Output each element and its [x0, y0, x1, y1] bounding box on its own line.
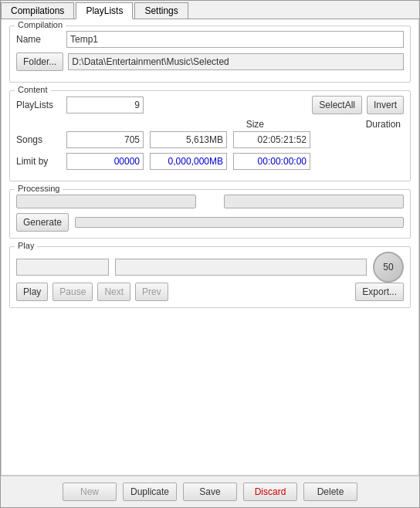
name-label: Name: [16, 34, 66, 45]
processing-section-label: Processing: [15, 184, 63, 193]
limit-value-input[interactable]: [66, 153, 144, 170]
playlists-label: PlayLists: [16, 100, 66, 110]
limitby-row: Limit by: [16, 153, 404, 170]
bottom-bar: New Duplicate Save Discard Delete: [1, 476, 419, 507]
new-button[interactable]: New: [63, 483, 117, 501]
play-top-row: 50: [16, 252, 404, 283]
select-all-button[interactable]: SelectAll: [312, 96, 362, 114]
delete-button[interactable]: Delete: [303, 483, 357, 501]
songs-label: Songs: [16, 134, 66, 145]
tab-playlists[interactable]: PlayLists: [76, 2, 133, 19]
discard-button[interactable]: Discard: [243, 483, 297, 501]
export-button[interactable]: Export...: [355, 283, 404, 301]
pause-button[interactable]: Pause: [52, 283, 93, 301]
name-input[interactable]: [66, 31, 404, 48]
save-button[interactable]: Save: [183, 483, 237, 501]
duration-header: Duration: [267, 119, 404, 130]
main-window: Compilations PlayLists Settings Compilat…: [0, 0, 420, 508]
compilation-section: Compilation Name Folder...: [9, 25, 411, 83]
next-button[interactable]: Next: [97, 283, 130, 301]
content-section: Content PlayLists SelectAll Invert Size …: [9, 90, 411, 181]
tab-compilations[interactable]: Compilations: [1, 2, 74, 19]
play-section: Play 50 Play Pause Next Prev Export...: [9, 246, 411, 308]
songs-count-input[interactable]: [66, 131, 144, 148]
prev-button[interactable]: Prev: [135, 283, 168, 301]
processing-section: Processing Generate: [9, 189, 411, 239]
size-header: Size: [151, 119, 267, 130]
invert-button[interactable]: Invert: [367, 96, 404, 114]
processing-progress-bar1: [16, 195, 196, 208]
generate-row: Generate: [16, 213, 404, 232]
play-track-input[interactable]: [16, 259, 109, 276]
songs-row: Songs: [16, 131, 404, 148]
tab-bar: Compilations PlayLists Settings: [1, 1, 419, 19]
playlist-buttons: SelectAll Invert: [312, 96, 404, 114]
limit-size-input[interactable]: [150, 153, 227, 170]
play-button[interactable]: Play: [16, 283, 48, 301]
generate-progress-bar: [75, 217, 404, 228]
songs-duration-input[interactable]: [233, 131, 310, 148]
name-row: Name: [16, 31, 404, 48]
volume-knob[interactable]: 50: [373, 252, 404, 283]
play-buttons-row: Play Pause Next Prev Export...: [16, 283, 404, 301]
duplicate-button[interactable]: Duplicate: [123, 483, 177, 501]
content-section-label: Content: [15, 85, 51, 94]
playlists-row: PlayLists SelectAll Invert: [16, 96, 404, 114]
limit-duration-input[interactable]: [233, 153, 310, 170]
play-time-input[interactable]: [115, 259, 367, 276]
folder-path-input[interactable]: [68, 53, 404, 70]
processing-top-row: [16, 195, 404, 208]
folder-button[interactable]: Folder...: [16, 52, 63, 71]
folder-row: Folder...: [16, 52, 404, 71]
playlists-input[interactable]: [66, 97, 144, 113]
tab-settings[interactable]: Settings: [134, 2, 188, 19]
processing-progress-bar2: [224, 195, 404, 208]
play-section-label: Play: [15, 241, 37, 250]
compilation-section-label: Compilation: [15, 20, 66, 29]
limitby-label: Limit by: [16, 156, 66, 167]
songs-size-input[interactable]: [150, 131, 227, 148]
main-content-area: Compilation Name Folder... Content PlayL…: [1, 19, 419, 476]
generate-button[interactable]: Generate: [16, 213, 69, 232]
